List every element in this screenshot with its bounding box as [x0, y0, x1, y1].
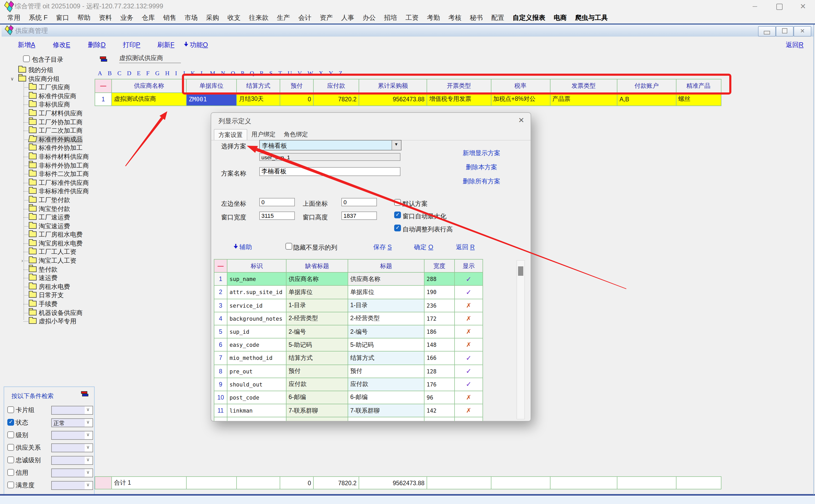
supply-relation-checkbox[interactable] [7, 444, 14, 451]
table-cell[interactable]: 7820.2 [314, 93, 359, 106]
alphabet-letter[interactable]: S [269, 70, 273, 76]
column-header[interactable]: 标题 [348, 260, 424, 273]
field-id-cell[interactable]: sup_id [228, 325, 287, 338]
table-cell[interactable]: 产品票 [550, 93, 618, 106]
menu-item[interactable]: 会计 [298, 14, 311, 22]
row-number-cell[interactable]: 10 [214, 391, 228, 404]
alphabet-letter[interactable]: L [201, 70, 205, 76]
child-minimize-button[interactable] [758, 26, 776, 36]
menu-item[interactable]: 销售 [163, 14, 176, 22]
table-cell[interactable]: A,B [618, 93, 676, 106]
alphabet-letter[interactable]: O [231, 70, 235, 76]
default-title-cell[interactable]: 5-助记码 [287, 338, 348, 351]
menu-item[interactable]: 爬虫与工具 [575, 14, 608, 22]
hide-columns-checkbox[interactable] [286, 243, 292, 250]
column-header[interactable]: 结算方式 [237, 79, 280, 93]
tree-item[interactable]: ›淘宝工人工资 [4, 256, 96, 265]
tree-item[interactable]: 房租水电费 [4, 283, 96, 291]
column-header[interactable]: 显示 [455, 260, 483, 273]
tree-item-selected[interactable]: 标准件外购成品 [4, 135, 96, 144]
menu-item[interactable]: 配置 [491, 14, 504, 22]
tree-item[interactable]: 工厂标准件供应商 [4, 178, 96, 187]
menu-item[interactable]: 招培 [384, 14, 397, 22]
loyalty-select[interactable] [51, 456, 93, 465]
row-number-cell[interactable]: 9 [214, 378, 228, 391]
quick-filter-input[interactable]: 虚拟测试供应商 [119, 54, 163, 63]
status-select[interactable]: 正常 [51, 418, 93, 427]
menu-item[interactable]: 办公 [363, 14, 376, 22]
title-cell[interactable]: 6-邮编 [348, 391, 424, 404]
tree-item[interactable]: 垫付款 [4, 265, 96, 274]
alphabet-letter[interactable]: G [155, 70, 160, 76]
menu-item[interactable]: 考核 [448, 14, 461, 22]
add-button[interactable]: 新增A [18, 41, 35, 50]
default-title-cell[interactable]: 2-编号 [287, 325, 348, 338]
window-height-input[interactable] [341, 212, 377, 220]
menu-item[interactable]: 市场 [184, 14, 197, 22]
ok-button[interactable]: 确定 O [414, 243, 433, 252]
default-title-cell[interactable]: 应付款 [287, 378, 348, 391]
tree-item[interactable]: 淘宝速运费 [4, 222, 96, 230]
table-cell[interactable]: 虚拟测试供应商 [112, 93, 186, 106]
menu-item[interactable]: 考勤 [427, 14, 440, 22]
width-cell[interactable]: 142 [424, 404, 455, 417]
menu-item[interactable]: 系统 F [29, 14, 48, 22]
restore-button[interactable] [769, 0, 789, 13]
tree-item[interactable]: 工厂房租水电费 [4, 231, 96, 239]
alphabet-letter[interactable]: W [307, 70, 313, 76]
width-cell[interactable]: 190 [424, 286, 455, 299]
menu-item[interactable]: 工资 [405, 14, 418, 22]
column-header[interactable]: — [214, 260, 228, 272]
row-number-cell[interactable]: 12 [214, 418, 228, 422]
alphabet-letter[interactable]: C [117, 70, 121, 76]
menu-item[interactable]: 秘书 [470, 14, 483, 22]
table-cell[interactable]: 0 [280, 93, 314, 106]
satisfaction-select[interactable] [51, 481, 93, 490]
swap-icon[interactable] [81, 391, 88, 396]
show-flag-cell[interactable]: ✗ [455, 312, 483, 325]
show-flag-cell[interactable]: ✗ [455, 404, 483, 417]
show-flag-cell[interactable]: ✓ [455, 273, 483, 286]
row-number-cell[interactable]: 4 [214, 312, 228, 325]
width-cell[interactable] [424, 418, 455, 422]
table-cell[interactable]: 9562473.88 [359, 93, 427, 106]
tree-item[interactable]: ∨供应商分组 [4, 74, 96, 83]
width-cell[interactable]: 128 [424, 365, 455, 378]
level-select[interactable] [51, 431, 93, 440]
card-group-select[interactable] [51, 406, 93, 415]
alphabet-letter[interactable]: Q [250, 70, 254, 76]
show-flag-cell[interactable]: ✓ [455, 365, 483, 378]
tree-item[interactable]: 我的分组 [4, 66, 96, 74]
tree-item[interactable]: 虚拟小琴专用 [4, 317, 96, 326]
tree-item[interactable]: 手续费 [4, 300, 96, 308]
scrollbar-thumb[interactable] [518, 266, 523, 276]
tree-item[interactable]: 工厂工人工资 [4, 248, 96, 256]
tree-item[interactable]: 非标供应商 [4, 101, 96, 109]
alphabet-letter[interactable]: V [298, 70, 302, 76]
menu-item[interactable]: 常用 [7, 14, 20, 22]
combo-dropdown-button[interactable] [392, 140, 401, 150]
include-subdir-checkbox[interactable] [23, 55, 30, 62]
alphabet-letter[interactable]: X [319, 70, 323, 76]
alphabet-letter[interactable]: F [146, 70, 149, 76]
auto-maximize-checkbox[interactable] [394, 212, 401, 218]
column-header[interactable]: 累计采购额 [359, 79, 427, 93]
show-flag-cell[interactable]: ✓ [455, 378, 483, 391]
menu-item[interactable]: 资产 [320, 14, 333, 22]
field-id-cell[interactable]: background_notes [228, 312, 287, 325]
field-id-cell[interactable]: post_code [228, 391, 287, 404]
menu-item[interactable]: 仓库 [142, 14, 155, 22]
menu-item[interactable]: 资料 [99, 14, 112, 22]
return-button[interactable]: 返回 R [456, 243, 475, 252]
show-flag-cell[interactable]: ✓ [455, 352, 483, 365]
title-cell[interactable]: 预付 [348, 365, 424, 378]
tree-item[interactable]: 非标件二次加工商 [4, 170, 96, 178]
menu-item[interactable]: 收支 [228, 14, 241, 22]
child-close-button[interactable]: ✕ [794, 26, 811, 36]
show-flag-cell[interactable] [455, 418, 483, 422]
table-cell[interactable]: 增值税专用发票 [427, 93, 491, 106]
column-header[interactable]: 精准产品 [676, 79, 721, 93]
alphabet-letter[interactable]: N [221, 70, 225, 76]
width-cell[interactable]: 176 [424, 378, 455, 391]
auto-row-height-checkbox[interactable] [394, 225, 401, 231]
